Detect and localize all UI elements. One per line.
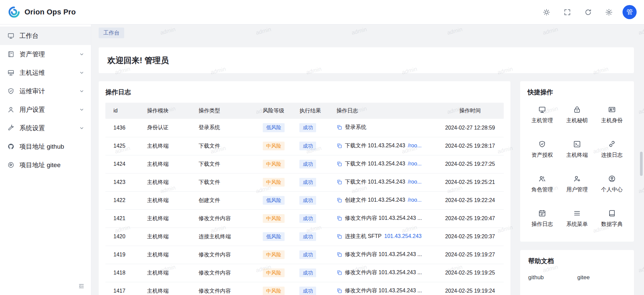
log-id: 1423 <box>113 179 126 185</box>
log-time: 2024-02-25 19:28:17 <box>445 143 495 149</box>
github-link[interactable]: github <box>528 274 544 281</box>
log-module: 主机终端 <box>147 197 168 203</box>
quick-action-host-key[interactable]: 主机秘钥 <box>560 99 595 131</box>
column-header-module: 操作模块 <box>142 103 194 119</box>
quick-action-data-dict[interactable]: 数据字典 <box>594 202 629 235</box>
quick-action-label: 角色管理 <box>532 186 553 193</box>
log-table-row: 1425主机终端下载文件中风险成功下载文件 101.43.254.243 /ro… <box>105 137 504 155</box>
result-badge: 成功 <box>299 160 316 169</box>
copy-icon[interactable] <box>337 270 342 276</box>
sidebar-item-gitee[interactable]: 项目地址 gitee <box>0 156 91 174</box>
log-table-row: 1421主机终端修改文件内容中风险成功修改文件内容 101.43.254.243… <box>105 209 504 228</box>
log-message: 登录系统 <box>337 124 366 131</box>
log-module: 主机终端 <box>147 143 168 149</box>
tab-workbench[interactable]: 工作台 <box>99 28 124 38</box>
quick-action-personal-center[interactable]: 个人中心 <box>594 168 629 200</box>
copy-icon[interactable] <box>337 143 342 149</box>
log-module: 主机终端 <box>147 252 168 257</box>
theme-toggle-icon[interactable] <box>539 5 553 19</box>
log-id: 1418 <box>113 270 126 276</box>
sidebar-item-label: 工作台 <box>19 32 39 40</box>
log-link[interactable]: /roo... <box>408 197 422 203</box>
log-link[interactable]: /roo... <box>408 179 422 185</box>
sidebar-item-workbench[interactable]: 工作台 <box>0 27 91 45</box>
log-text: 修改文件内容 101.43.254.243 ... <box>345 287 422 294</box>
log-time: 2024-02-25 19:25:21 <box>445 179 495 185</box>
log-message: 修改文件内容 101.43.254.243 ... <box>337 287 422 294</box>
user-add-icon <box>573 175 581 183</box>
copy-icon[interactable] <box>337 179 342 185</box>
quick-action-label: 操作日志 <box>532 221 553 228</box>
quick-action-asset-auth[interactable]: 资产授权 <box>525 133 560 166</box>
user-avatar[interactable]: 管 <box>623 5 637 19</box>
quick-action-user-manage[interactable]: 用户管理 <box>560 168 595 200</box>
column-header-log: 操作日志 <box>332 103 437 119</box>
column-header-risk: 风险等级 <box>258 103 295 119</box>
refresh-icon[interactable] <box>581 5 595 19</box>
copy-icon[interactable] <box>337 161 342 167</box>
risk-badge: 中风险 <box>263 160 285 169</box>
quick-action-role-manage[interactable]: 角色管理 <box>525 168 560 200</box>
quick-action-operation-log[interactable]: 操作日志 <box>525 202 560 235</box>
user-icon <box>7 106 14 113</box>
sidebar-item-audit[interactable]: 运维审计 <box>0 82 91 100</box>
log-type: 创建文件 <box>199 197 220 203</box>
menu-icon <box>573 209 581 217</box>
sidebar-collapse-icon[interactable] <box>76 281 86 291</box>
log-type: 下载文件 <box>199 143 220 149</box>
copy-icon[interactable] <box>337 197 342 203</box>
shield-icon <box>538 140 546 148</box>
system-settings-icon <box>7 125 14 132</box>
copy-icon[interactable] <box>337 234 342 239</box>
sidebar-item-assets[interactable]: 资产管理 <box>0 45 91 63</box>
log-message: 修改文件内容 101.43.254.243 ... <box>337 251 422 258</box>
operation-log-table: id 操作模块 操作类型 风险等级 执行结果 操作日志 操作时间 1436身份认… <box>105 103 504 295</box>
sidebar: 工作台 资产管理 主机运维 运维审计 用户设置 <box>0 24 91 295</box>
quick-action-system-menu[interactable]: 系统菜单 <box>560 202 595 235</box>
gitee-link[interactable]: gitee <box>577 274 590 281</box>
risk-badge: 中风险 <box>263 287 285 295</box>
log-text: 修改文件内容 101.43.254.243 ... <box>345 215 422 222</box>
log-message: 连接主机 SFTP 101.43.254.243 <box>337 233 422 240</box>
log-link[interactable]: /roo... <box>408 161 422 167</box>
log-type: 修改文件内容 <box>199 288 231 294</box>
copy-icon[interactable] <box>337 288 342 294</box>
log-id: 1421 <box>113 215 126 221</box>
header-actions: 管 <box>539 5 637 19</box>
quick-action-host-manage[interactable]: 主机管理 <box>525 99 560 131</box>
scrollbar-thumb[interactable] <box>640 152 643 176</box>
operation-log-card: 操作日志 id 操作模块 操作类型 风险等级 执行 <box>99 81 510 295</box>
risk-badge: 中风险 <box>263 214 285 223</box>
log-type: 修改文件内容 <box>199 215 231 221</box>
log-link[interactable]: /roo... <box>408 143 422 149</box>
result-badge: 成功 <box>299 178 316 187</box>
result-badge: 成功 <box>299 250 316 259</box>
quick-action-label: 用户管理 <box>566 186 588 193</box>
log-table-row: 1423主机终端下载文件中风险成功下载文件 101.43.254.243 /ro… <box>105 173 504 191</box>
quick-actions-title: 快捷操作 <box>528 88 627 97</box>
sidebar-item-github[interactable]: 项目地址 github <box>0 137 91 156</box>
chevron-down-icon <box>79 126 84 131</box>
fullscreen-icon[interactable] <box>560 5 574 19</box>
risk-badge: 低风险 <box>263 232 285 241</box>
help-links: github gitee <box>528 274 626 281</box>
settings-icon[interactable] <box>602 5 616 19</box>
quick-actions-grid: 主机管理 主机秘钥 主机身份 <box>525 99 629 235</box>
log-card-title: 操作日志 <box>105 88 504 97</box>
copy-icon[interactable] <box>337 252 342 257</box>
log-link[interactable]: 101.43.254.243 <box>384 233 422 239</box>
risk-badge: 中风险 <box>263 142 285 151</box>
copy-icon[interactable] <box>337 125 342 130</box>
sidebar-item-host-ops[interactable]: 主机运维 <box>0 63 91 82</box>
quick-action-host-identity[interactable]: 主机身份 <box>594 99 629 131</box>
quick-action-host-terminal[interactable]: 主机终端 <box>560 133 595 166</box>
host-manage-icon <box>538 106 546 113</box>
log-module: 主机终端 <box>147 234 168 239</box>
quick-action-connection-log[interactable]: 连接日志 <box>594 133 629 166</box>
watermark-text: admin <box>638 264 644 274</box>
quick-action-label: 主机终端 <box>566 152 588 159</box>
copy-icon[interactable] <box>337 215 342 221</box>
sidebar-item-user-settings[interactable]: 用户设置 <box>0 100 91 119</box>
sidebar-item-system-settings[interactable]: 系统设置 <box>0 119 91 137</box>
result-badge: 成功 <box>299 232 316 241</box>
